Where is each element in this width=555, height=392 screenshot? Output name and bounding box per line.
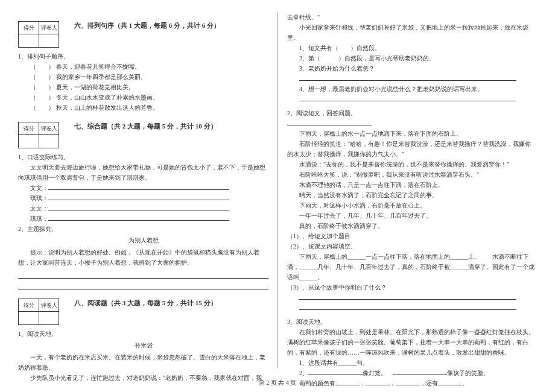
dialog-who: 琪琪： — [30, 195, 48, 201]
answer-blank[interactable] — [393, 375, 447, 375]
sec7-q2-center: 为别人着想 — [18, 236, 268, 245]
section7-title: 七、综合题（共 2 大题，每题 5 分，共计 10 分） — [74, 122, 217, 131]
dialog-line: 琪琪： — [18, 213, 268, 224]
s3: （3）、从这个故事中你明白了什么？ — [287, 282, 537, 292]
sec8-q1-stem: 1、阅读天地。 — [18, 329, 268, 339]
s1: （1）、给短文加个题目 — [287, 231, 537, 241]
reviewer-blank — [39, 312, 59, 325]
answer-blank[interactable] — [299, 309, 516, 310]
q2-stem: 2、阅读短文，回答问题。 — [287, 108, 537, 118]
passage-line: 真的，石阶终于被水滴滴穿了。 — [287, 221, 537, 231]
page-footer: 第 2 页 共 4 页 — [0, 379, 555, 387]
sec8-q1-p1: 一天，有个老奶奶在米店买米。在装米的时候，米袋忽然破了。雪白的大米落在地上，老奶… — [18, 352, 268, 373]
dialog-line: 琪琪： — [18, 193, 268, 203]
score-label: 得分 — [18, 122, 39, 135]
q3-s2: 2、像灯笼。 像孩子的笑脸。 — [287, 368, 537, 378]
dialog-who: 文文： — [30, 205, 48, 212]
sub-q2: 2、第（ ）自然段，是写小光帮助老奶奶的。 — [287, 53, 537, 63]
sec6-line: （ ） 我的家乡一年四季都是那么美丽。 — [18, 72, 268, 82]
sub-q1: 1、短文共有（ ）自然段。 — [287, 43, 537, 53]
passage-line: 下雨天，屋檐上的水一点一点地滴下来，落在下面的石阶上。 — [287, 128, 537, 139]
section6-title: 六、排列句序（共 1 大题，每题 6 分，共计 6 分） — [74, 21, 220, 30]
sec6-line: （ ） 冬天，山山水水变成了朴素的水墨画。 — [18, 92, 268, 103]
sub-q4: 4、想一想，最后老奶奶会对小光说些什么？把老奶奶说的话写出来。 — [287, 84, 537, 94]
reviewer-label: 评卷人 — [39, 21, 59, 34]
answer-blank[interactable] — [299, 101, 516, 101]
section8-title: 八、阅读题（共 3 大题，每题 5 分，共计 15 分） — [74, 299, 217, 308]
reviewer-blank — [39, 135, 59, 148]
reviewer-label: 评卷人 — [39, 299, 59, 312]
score-label: 得分 — [18, 21, 39, 34]
passage-line: 水滴不理他的话，只是一点一点往下滴，落在石阶上。 — [287, 180, 537, 190]
q3-body: 在我们村旁的山坡上，到处是果林。在阳光下，那熟透的柿子像一盏盏红灯笼挂在枝头。满… — [287, 327, 537, 358]
answer-blank[interactable] — [18, 270, 268, 279]
passage-line: 石阶轻轻的笑道："哈哈，有趣！你是来替我洗澡，还是来替我搔痒？替我洗澡，我嫌你的… — [287, 139, 537, 159]
passage-line: 一年一年过去了，几年、几十年、几百年过去了。 — [287, 210, 537, 221]
q3-stem: 3、阅读天地。 — [287, 317, 537, 327]
answer-blank[interactable] — [299, 80, 516, 81]
section6-header: 得分 评卷人 六、排列句序（共 1 大题，每题 6 分，共计 6 分） — [18, 21, 268, 48]
dialog-who: 琪琪： — [30, 215, 48, 222]
title-blank[interactable] — [287, 125, 372, 125]
s2-fill: 下雨天，屋檐上的______一点一点往下落，落在地面上的______上。 水滴不… — [287, 251, 537, 282]
sec7-q2-stem: 2、主题探究。 — [18, 224, 268, 234]
sec6-q1-stem: 1、排列句子顺序。 — [18, 51, 268, 62]
answer-blank[interactable] — [48, 200, 229, 200]
sec7-q2-body: 提示：说明为别人着想的好处。例如，《从现在开始》中的袋鼠和猫头鹰没有为别人着想，… — [18, 247, 268, 268]
dialog-line: 文文： — [18, 183, 268, 193]
sec6-line: （ ） 春天，迎春花儿笑得合不拢嘴。 — [18, 62, 268, 72]
passage-line: 晴天，当然没有水滴了，石阶完全忘记了之间的事。 — [287, 190, 537, 200]
cont-line: 去拿针线。" — [287, 12, 537, 22]
answer-blank[interactable] — [299, 299, 516, 300]
score-blank — [18, 135, 39, 148]
passage-line: 石阶哈哈大笑，说："别做梦吧，我从来没有听说过水能滴穿石头。" — [287, 169, 537, 180]
score-label: 得分 — [18, 299, 39, 312]
answer-blank[interactable] — [48, 189, 229, 190]
answer-blank[interactable] — [18, 281, 268, 289]
reviewer-label: 评卷人 — [39, 122, 59, 135]
sec6-line: （ ） 秋天，山上的桂花散发出迷人的芳香。 — [18, 103, 268, 113]
dialog-who: 文文： — [30, 185, 48, 191]
answer-blank[interactable] — [48, 220, 229, 221]
reviewer-blank — [39, 34, 59, 48]
sec7-q1-body: 文文明天要去海边旅行啦，她想给大家带礼物，可是她的背包太小了，装不下，于是她想向… — [18, 162, 268, 183]
s2: （2）、按课文内容填空。 — [287, 241, 537, 251]
section7-header: 得分 评卷人 七、综合题（共 2 大题，每题 5 分，共计 10 分） — [18, 122, 268, 148]
passage-line: 水滴说："去你的，我不是来替你洗澡的，也不是来替你搔痒的。我要滴穿你！" — [287, 159, 537, 169]
left-column: 得分 评卷人 六、排列句序（共 1 大题，每题 6 分，共计 6 分） 1、排列… — [18, 12, 278, 368]
q3-s2a: 像灯笼。 — [363, 370, 387, 376]
q3-s1: 1、这段话共有______句。 — [287, 358, 537, 368]
passage-line: 下雨天，对这样小小水滴，石阶毫不放在心上。 — [287, 200, 537, 210]
section8-header: 得分 评卷人 八、阅读题（共 3 大题，每题 5 分，共计 15 分） — [18, 299, 268, 325]
sec8-q1-title: 补米袋 — [18, 341, 268, 350]
right-column: 去拿针线。" 小光回家拿来针和线，帮老奶奶补好了米袋，又把地上的米一粒粒地拾起来… — [278, 12, 537, 368]
cont-line: 小光回家拿来针和线，帮老奶奶补好了米袋，又把地上的米一粒粒地拾起来，放在米袋里。 — [287, 22, 537, 43]
dialog-line: 文文： — [18, 203, 268, 213]
sec6-line: （ ） 夏天，一湖的荷花竞相比美。 — [18, 82, 268, 92]
score-blank — [18, 312, 39, 325]
score-blank — [18, 34, 39, 48]
q3-s2b: 像孩子的笑脸。 — [447, 370, 489, 376]
answer-blank[interactable] — [48, 210, 229, 210]
sub-q3: 3、老奶奶开始为什么着急？ — [287, 63, 537, 74]
answer-blank[interactable] — [308, 375, 363, 375]
sec7-q1-stem: 1、口语交际练习。 — [18, 152, 268, 162]
